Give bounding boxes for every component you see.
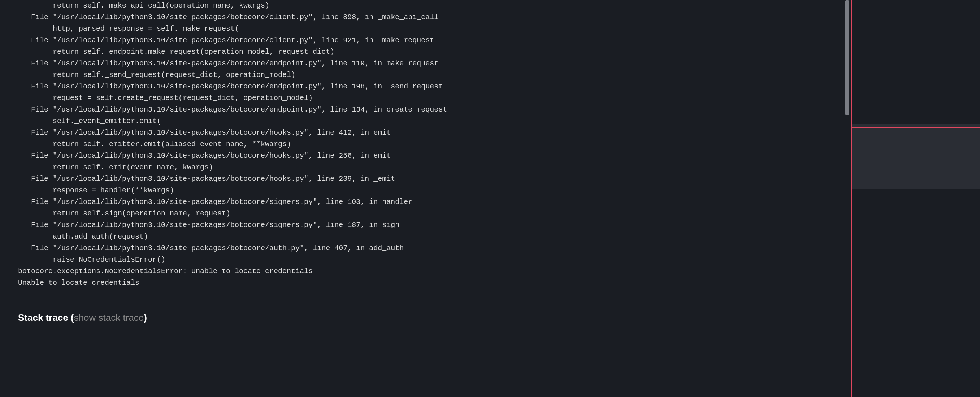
scrollbar-thumb[interactable] bbox=[845, 0, 849, 116]
minimap-error-marker[interactable] bbox=[852, 127, 980, 129]
minimap-panel bbox=[852, 0, 980, 397]
traceback-frame-line: File "/usr/local/lib/python3.10/site-pac… bbox=[18, 150, 834, 162]
traceback-frame-line: File "/usr/local/lib/python3.10/site-pac… bbox=[18, 196, 834, 208]
stack-trace-label-suffix: ) bbox=[144, 312, 147, 323]
traceback-frame-line: File "/usr/local/lib/python3.10/site-pac… bbox=[18, 243, 834, 254]
show-stack-trace-link[interactable]: show stack trace bbox=[74, 312, 144, 323]
traceback-code-line: auth.add_auth(request) bbox=[18, 231, 834, 243]
traceback-error-line: botocore.exceptions.NoCredentialsError: … bbox=[18, 266, 834, 277]
stack-trace-label-prefix: Stack trace ( bbox=[18, 312, 74, 323]
traceback-code-line: http, parsed_response = self._make_reque… bbox=[18, 23, 834, 35]
traceback-code-line: return self._make_api_call(operation_nam… bbox=[18, 0, 834, 11]
traceback-code-line: return self._emitter.emit(aliased_event_… bbox=[18, 138, 834, 150]
traceback-code-line: raise NoCredentialsError() bbox=[18, 254, 834, 266]
traceback-code-line: response = handler(**kwargs) bbox=[18, 185, 834, 196]
scrollbar-track[interactable] bbox=[845, 0, 849, 397]
traceback-code-line: return self.sign(operation_name, request… bbox=[18, 208, 834, 219]
traceback-frame-line: File "/usr/local/lib/python3.10/site-pac… bbox=[18, 219, 834, 231]
traceback-frame-line: File "/usr/local/lib/python3.10/site-pac… bbox=[18, 81, 834, 92]
traceback-code-line: return self._send_request(request_dict, … bbox=[18, 69, 834, 81]
traceback-code-line: request = self.create_request(request_di… bbox=[18, 92, 834, 104]
traceback-frame-line: File "/usr/local/lib/python3.10/site-pac… bbox=[18, 127, 834, 138]
traceback-frame-line: File "/usr/local/lib/python3.10/site-pac… bbox=[18, 173, 834, 185]
traceback-frame-line: File "/usr/local/lib/python3.10/site-pac… bbox=[18, 104, 834, 116]
stack-trace-toggle-section: Stack trace (show stack trace) bbox=[0, 300, 851, 326]
traceback-frame-line: File "/usr/local/lib/python3.10/site-pac… bbox=[18, 35, 834, 46]
traceback-code-line: return self._emit(event_name, kwargs) bbox=[18, 162, 834, 173]
traceback-error-line: Unable to locate credentials bbox=[18, 277, 834, 289]
traceback-text[interactable]: return self._make_api_call(operation_nam… bbox=[0, 0, 851, 300]
traceback-code-line: self._event_emitter.emit( bbox=[18, 116, 834, 127]
traceback-code-line: return self._endpoint.make_request(opera… bbox=[18, 46, 834, 58]
traceback-frame-line: File "/usr/local/lib/python3.10/site-pac… bbox=[18, 58, 834, 69]
traceback-frame-line: File "/usr/local/lib/python3.10/site-pac… bbox=[18, 11, 834, 23]
minimap-region bbox=[852, 124, 980, 189]
error-log-panel: return self._make_api_call(operation_nam… bbox=[0, 0, 852, 397]
